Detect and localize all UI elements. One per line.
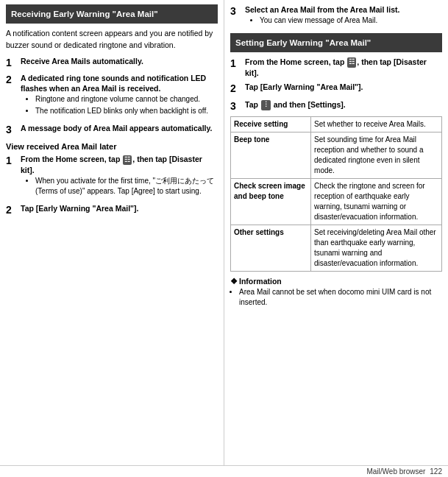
left-section-heading: Receiving Early Warning "Area Mail" [6,4,218,24]
table-cell-value: Set whether to receive Area Mails. [311,116,442,132]
menu-icon: ⋮ [261,100,271,110]
info-section: Information Area Mail cannot be set when… [230,277,442,308]
step-1b-bullets: When you activate for the first time, "ご… [21,176,218,197]
step-num-3c: 3 [230,4,242,18]
info-title: Information [230,277,442,286]
step-num-2b: 2 [6,203,18,216]
step-2-bullets: Ringtone and ringtone volume cannot be c… [21,94,218,116]
table-cell-value: Check the ringtone and screen for recept… [311,178,442,225]
step-3c-bullets: You can view message of Area Mail. [245,15,442,26]
settings-table: Receive settingSet whether to receive Ar… [230,116,442,272]
step-num-r1: 1 [230,57,242,70]
table-cell-label: Other settings [231,225,311,271]
right-section-heading: Setting Early Warning "Area Mail" [230,33,442,52]
sub-heading: View received Area Mail later [6,142,218,151]
table-cell-label: Beep tone [231,132,311,178]
step-1b-left: 1 From the Home screen, tap ☷, then tap … [6,154,218,199]
step-num-r2: 2 [230,82,242,95]
step-text-1: Receive Area Mails automatically. [21,56,218,67]
home-icon-r: ☷ [347,57,356,68]
step-text-r3: Tap ⋮ and then [Settings]. [245,99,442,110]
home-icon: ☷ [123,155,132,166]
left-column: Receiving Early Warning "Area Mail" A no… [0,0,224,477]
step-text-3c: Select an Area Mail from the Area Mail l… [245,5,399,14]
step-3-right: 3 Tap ⋮ and then [Settings]. [230,99,442,113]
bullet-item: Ringtone and ringtone volume cannot be c… [35,94,218,105]
table-row: Other settingsSet receiving/deleting Are… [231,225,442,271]
table-row: Beep toneSet sounding time for Area Mail… [231,132,442,178]
step-num-r3: 3 [230,99,242,113]
step-2b-left: 2 Tap [Early Warning "Area Mail"]. [6,203,218,216]
footer-label: Mail/Web browser [366,467,425,476]
bullet-item: You can view message of Area Mail. [260,15,442,26]
table-cell-label: Receive setting [231,116,311,132]
table-cell-label: Check screen image and beep tone [231,178,311,225]
table-row: Check screen image and beep toneCheck th… [231,178,442,225]
step-text-3: A message body of Area Mail appears auto… [21,123,218,134]
info-bullet-item: Area Mail cannot be set when docomo mini… [239,287,442,308]
step-num-2: 2 [6,73,18,86]
table-cell-value: Set receiving/deleting Area Mail other t… [311,225,442,271]
step-3-left: 3 A message body of Area Mail appears au… [6,123,218,136]
step-text-r2: Tap [Early Warning "Area Mail"]. [245,82,442,93]
bullet-item: The notification LED blinks only when ba… [35,106,218,116]
step-text-1b: From the Home screen, tap ☷, then tap [D… [21,155,202,174]
right-column: 3 Select an Area Mail from the Area Mail… [224,0,448,477]
step-1-left: 1 Receive Area Mails automatically. [6,56,218,69]
footer-bar: Mail/Web browser 122 [0,465,448,477]
step-text-r1: From the Home screen, tap ☷, then tap [D… [245,57,442,79]
step-2-right: 2 Tap [Early Warning "Area Mail"]. [230,82,442,95]
bullet-item: When you activate for the first time, "ご… [35,176,218,197]
step-num-3: 3 [6,123,18,136]
step-1-right: 1 From the Home screen, tap ☷, then tap … [230,57,442,79]
step-text-2b: Tap [Early Warning "Area Mail"]. [21,203,218,214]
table-row: Receive settingSet whether to receive Ar… [231,116,442,132]
step-3-continued: 3 Select an Area Mail from the Area Mail… [230,4,442,29]
step-num-1b: 1 [6,154,18,167]
step-num-1: 1 [6,56,18,69]
footer-page: 122 [430,467,442,476]
info-bullets: Area Mail cannot be set when docomo mini… [230,287,442,308]
table-cell-value: Set sounding time for Area Mail receptio… [311,132,442,178]
step-2-left: 2 A dedicated ring tone sounds and notif… [6,73,218,119]
intro-paragraph: A notification content screen appears an… [6,28,218,52]
step-text-2: A dedicated ring tone sounds and notific… [21,74,206,93]
